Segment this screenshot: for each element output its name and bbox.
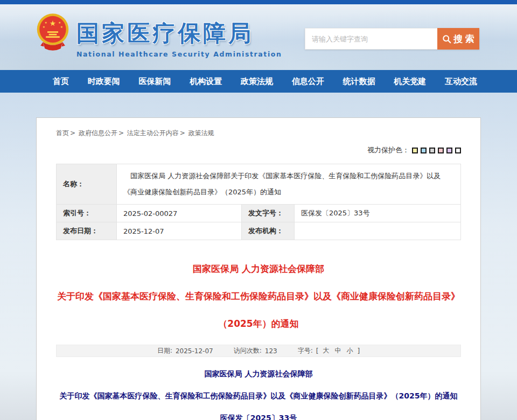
site-title: 国家医疗保障局 <box>76 18 282 48</box>
nav-item-organization[interactable]: 机构设置 <box>190 76 222 87</box>
body-heading-line1: 国家医保局 人力资源社会保障部 <box>56 369 461 379</box>
document-meta-table: 名称： 国家医保局 人力资源社会保障部关于印发《国家基本医疗保险、生育保险和工伤… <box>56 164 461 240</box>
top-accent-bar <box>0 0 517 4</box>
breadcrumb-gov-info[interactable]: 政府信息公开 <box>79 129 117 137</box>
svg-text:★: ★ <box>58 21 61 24</box>
breadcrumb-separator: > <box>118 129 124 137</box>
date-value: 2025-12-07 <box>176 347 213 355</box>
eye-color-swatch-blue[interactable] <box>421 148 427 153</box>
article-info-bar: 日期: 2025-12-07 访问次数: 123 字号: [ 大 中 小 ] <box>56 345 461 357</box>
search-button[interactable]: 搜 索 <box>437 28 479 50</box>
nav-item-statistics[interactable]: 统计数据 <box>343 76 375 87</box>
svg-text:★: ★ <box>60 25 63 29</box>
search-input[interactable] <box>305 28 437 50</box>
article-title-line1: 国家医保局 人力资源社会保障部 <box>56 263 461 276</box>
breadcrumb-separator: > <box>180 129 185 137</box>
body-heading-line3: 医保发〔2025〕33号 <box>56 414 461 420</box>
breadcrumb-current-policies: 政策法规 <box>188 129 214 137</box>
meta-pubdate-label: 发布日期： <box>57 222 117 240</box>
article-title-line3: （2025年）的通知 <box>56 318 461 331</box>
meta-name-value: 国家医保局 人力资源社会保障部关于印发《国家基本医疗保险、生育保险和工伤保险药品… <box>117 164 461 205</box>
brand-block: 国家医疗保障局 National Healthcare Security Adm… <box>76 18 282 58</box>
nav-item-party-building[interactable]: 机关党建 <box>394 76 426 87</box>
meta-name-label: 名称： <box>57 164 117 205</box>
date-label: 日期: <box>157 346 172 355</box>
search-icon <box>442 34 451 44</box>
body-heading-line2: 关于印发《国家基本医疗保险、生育保险和工伤保险药品目录》以及《商业健康保险创新药… <box>56 391 461 401</box>
visits-value: 123 <box>265 347 277 355</box>
article-title-line2: 关于印发《国家基本医疗保险、生育保险和工伤保险药品目录》以及《商业健康保险创新药… <box>56 290 461 303</box>
eye-color-swatch-yellow[interactable] <box>412 148 418 153</box>
search-button-label: 搜 索 <box>453 33 474 45</box>
nav-item-home[interactable]: 首页 <box>53 76 69 87</box>
fontsize-label: 字号: <box>298 346 313 355</box>
main-nav: 首页 时政要闻 医保新闻 机构设置 政策法规 信息公开 统计数据 机关党建 互动… <box>0 70 517 93</box>
fontsize-small-button[interactable]: 小 <box>346 346 353 355</box>
eye-protection-label: 视力保护色： <box>367 145 409 155</box>
page: ★ ★ ★ ★ ★ 国家医疗保障局 National Healthcare Se… <box>0 0 517 420</box>
eye-color-swatch-gray[interactable] <box>429 148 435 153</box>
table-row: 发布日期： 2025-12-07 发布机构： <box>57 222 461 240</box>
nav-item-interaction[interactable]: 互动交流 <box>445 76 477 87</box>
nav-item-info-disclosure[interactable]: 信息公开 <box>292 76 324 87</box>
meta-docnum-label: 发文字号： <box>242 205 295 222</box>
fontsize-large-button[interactable]: 大 <box>323 346 329 355</box>
meta-organ-value <box>295 222 461 240</box>
table-row: 索引号： 2025-02-00027 发文字号： 医保发〔2025〕33号 <box>57 205 461 222</box>
meta-docnum-value: 医保发〔2025〕33号 <box>295 205 461 222</box>
nav-item-policies[interactable]: 政策法规 <box>241 76 273 87</box>
svg-text:★: ★ <box>43 25 45 29</box>
svg-text:★: ★ <box>50 19 56 27</box>
breadcrumb-home[interactable]: 首页 <box>56 129 69 137</box>
eye-color-swatch-white[interactable] <box>455 148 461 153</box>
eye-protection-row: 视力保护色： <box>56 145 461 155</box>
article-title: 国家医保局 人力资源社会保障部 关于印发《国家基本医疗保险、生育保险和工伤保险药… <box>56 263 461 330</box>
visits-label: 访问次数: <box>234 346 262 355</box>
main-area: 首页> 政府信息公开> 法定主动公开内容> 政策法规 视力保护色： 名称： 国家… <box>0 93 517 420</box>
fontsize-bracket-left: [ <box>316 347 319 355</box>
nav-item-politics-news[interactable]: 时政要闻 <box>88 76 120 87</box>
meta-organ-label: 发布机构： <box>242 222 295 240</box>
national-emblem-logo: ★ ★ ★ ★ ★ <box>36 11 70 54</box>
svg-text:★: ★ <box>45 21 47 24</box>
fontsize-bracket-right: ] <box>357 347 360 355</box>
search-box: 搜 索 <box>305 28 479 50</box>
nav-item-medical-news[interactable]: 医保新闻 <box>139 76 171 87</box>
site-header: ★ ★ ★ ★ ★ 国家医疗保障局 National Healthcare Se… <box>0 4 517 70</box>
eye-color-swatch-purple[interactable] <box>446 148 452 153</box>
meta-pubdate-value: 2025-12-07 <box>117 222 242 240</box>
breadcrumb-statutory-disclosure[interactable]: 法定主动公开内容 <box>127 129 179 137</box>
table-row: 名称： 国家医保局 人力资源社会保障部关于印发《国家基本医疗保险、生育保险和工伤… <box>57 164 461 205</box>
meta-index-label: 索引号： <box>57 205 117 222</box>
breadcrumb-separator: > <box>70 129 75 137</box>
breadcrumb: 首页> 政府信息公开> 法定主动公开内容> 政策法规 <box>56 129 461 138</box>
site-subtitle: National Healthcare Security Administrat… <box>76 50 282 58</box>
meta-index-value: 2025-02-00027 <box>117 205 242 222</box>
eye-color-swatch-pink[interactable] <box>438 148 444 153</box>
fontsize-medium-button[interactable]: 中 <box>334 346 341 355</box>
content-card: 首页> 政府信息公开> 法定主动公开内容> 政策法规 视力保护色： 名称： 国家… <box>36 117 481 420</box>
